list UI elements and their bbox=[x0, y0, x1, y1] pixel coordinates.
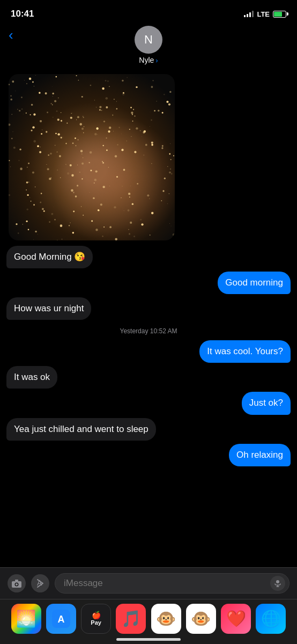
dock: 🌅 A 🍎 Pay 🎵 🐵 🐵 ❤️ 🌐 bbox=[0, 599, 297, 644]
message-text: Just ok? bbox=[249, 398, 283, 408]
image-message-row bbox=[6, 74, 291, 243]
message-text: It was cool. Yours? bbox=[207, 346, 283, 356]
lte-label: LTE bbox=[257, 10, 270, 18]
message-row-it-was-cool: It was cool. Yours? bbox=[6, 340, 291, 363]
message-text: Oh relaxing bbox=[236, 450, 283, 460]
message-text: Yea just chilled and went to sleep bbox=[14, 424, 148, 434]
svg-point-5 bbox=[276, 580, 279, 583]
message-text: Good Morning 😘 bbox=[14, 252, 85, 262]
status-time: 10:41 bbox=[11, 9, 34, 19]
message-row-oh-relaxing: Oh relaxing bbox=[6, 444, 291, 466]
image-canvas bbox=[9, 74, 175, 240]
message-row-it-was-ok: It was ok bbox=[6, 366, 291, 389]
svg-text:A: A bbox=[57, 614, 64, 625]
contact-chevron-icon: › bbox=[155, 56, 158, 64]
message-row-just-ok: Just ok? bbox=[6, 392, 291, 414]
dock-appstore-icon[interactable]: A bbox=[46, 604, 76, 634]
nav-header: ‹ N Nyle › bbox=[0, 24, 297, 70]
status-icons: LTE bbox=[244, 10, 286, 18]
message-bubble-it-was-cool: It was cool. Yours? bbox=[199, 340, 291, 363]
signal-bar-3 bbox=[249, 12, 251, 17]
contact-avatar[interactable]: N bbox=[135, 26, 162, 54]
message-text: It was ok bbox=[14, 372, 50, 382]
message-row-good-morning-sent: Good morning bbox=[6, 272, 291, 294]
message-bubble-just-ok: Just ok? bbox=[242, 392, 291, 414]
signal-bar-1 bbox=[244, 15, 246, 17]
apps-icon[interactable]: A bbox=[31, 574, 49, 592]
dock-applepay-icon[interactable]: 🍎 Pay bbox=[81, 604, 111, 634]
battery-icon bbox=[273, 11, 286, 18]
battery-fill bbox=[274, 12, 282, 17]
input-area: A bbox=[0, 567, 297, 599]
input-wrapper bbox=[55, 573, 289, 594]
signal-bars-icon bbox=[244, 11, 254, 17]
signal-bar-4 bbox=[252, 11, 254, 17]
message-bubble-how-was-night: How was ur night bbox=[6, 297, 91, 320]
contact-name: Nyle bbox=[139, 56, 154, 64]
home-indicator bbox=[116, 638, 181, 641]
dock-animoji-icon[interactable]: 🐵 bbox=[151, 604, 181, 634]
message-row-yea-chilled: Yea just chilled and went to sleep bbox=[6, 418, 291, 441]
message-bubble-yea-chilled: Yea just chilled and went to sleep bbox=[6, 418, 156, 441]
message-bubble-it-was-ok: It was ok bbox=[6, 366, 57, 389]
dock-fitness-icon[interactable]: ❤️ bbox=[221, 604, 251, 634]
svg-text:A: A bbox=[37, 579, 42, 587]
dock-memoji-icon[interactable]: 🐵 bbox=[186, 604, 216, 634]
dock-safari-icon[interactable]: 🌐 bbox=[256, 604, 286, 634]
message-row-how-was-night: How was ur night bbox=[6, 297, 291, 320]
message-text: Good morning bbox=[225, 277, 283, 288]
status-bar: 10:41 LTE bbox=[0, 0, 297, 24]
contact-name-row[interactable]: Nyle › bbox=[139, 56, 158, 64]
dock-photos-icon[interactable]: 🌅 bbox=[11, 604, 41, 634]
audio-button[interactable] bbox=[270, 576, 285, 591]
message-text: How was ur night bbox=[14, 303, 84, 313]
messages-area: Good Morning 😘 Good morning How was ur n… bbox=[0, 70, 297, 563]
shared-image[interactable] bbox=[9, 74, 175, 240]
svg-point-2 bbox=[16, 583, 18, 586]
back-button[interactable]: ‹ bbox=[9, 27, 13, 43]
camera-icon[interactable] bbox=[8, 574, 26, 592]
message-row-good-morning-received: Good Morning 😘 bbox=[6, 246, 291, 268]
message-bubble-good-morning-sent: Good morning bbox=[218, 272, 291, 294]
message-bubble-good-morning-received: Good Morning 😘 bbox=[6, 246, 93, 268]
timestamp-yesterday: Yesterday 10:52 AM bbox=[6, 327, 291, 335]
message-input[interactable] bbox=[55, 573, 289, 594]
signal-bar-2 bbox=[247, 14, 248, 17]
dock-music-icon[interactable]: 🎵 bbox=[116, 604, 146, 634]
svg-rect-3 bbox=[15, 580, 18, 581]
message-bubble-oh-relaxing: Oh relaxing bbox=[229, 444, 291, 466]
